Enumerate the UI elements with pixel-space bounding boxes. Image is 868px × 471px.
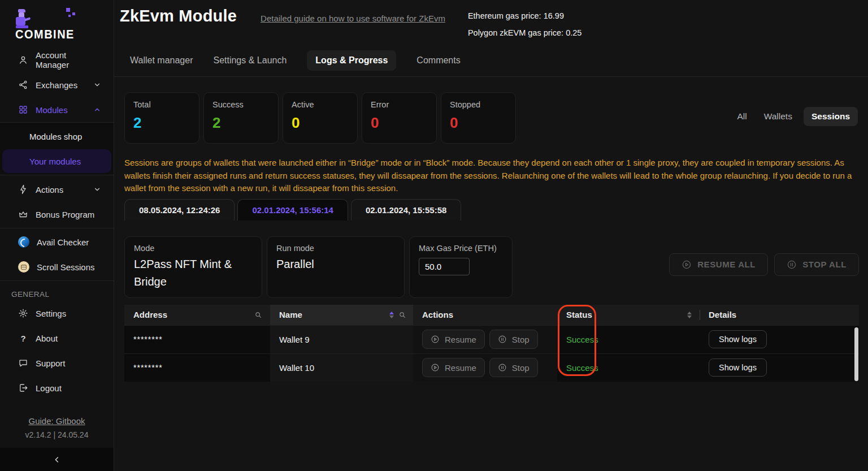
show-logs-button[interactable]: Show logs <box>709 330 767 348</box>
sidebar-item-actions[interactable]: Actions <box>0 177 114 202</box>
resume-label: Resume <box>445 363 476 373</box>
tab-wallet-manager[interactable]: Wallet manager <box>130 50 193 71</box>
sidebar-item-avail-checker[interactable]: Avail Checker <box>0 230 114 254</box>
name-cell: Wallet 10 <box>270 354 413 382</box>
pause-circle-icon <box>787 260 797 270</box>
resume-label: Resume <box>445 335 476 344</box>
detailed-guide-link[interactable]: Detailed guide on how to use software fo… <box>261 14 445 23</box>
sidebar-item-modules-shop[interactable]: Modules shop <box>0 124 114 149</box>
sidebar-item-support[interactable]: Support <box>0 351 114 375</box>
stat-card-total: Total 2 <box>124 92 199 144</box>
details-cell: Show logs <box>700 326 859 353</box>
mode-label: Mode <box>134 244 253 253</box>
sort-arrows-icon[interactable] <box>389 312 394 318</box>
tab-logs-progress[interactable]: Logs & Progress <box>307 50 396 71</box>
column-header-status[interactable]: Status <box>557 305 700 325</box>
modules-submenu: Modules shop Your modules <box>0 122 114 175</box>
name-cell: Wallet 9 <box>270 326 413 353</box>
tab-comments[interactable]: Comments <box>416 50 460 71</box>
share-nodes-icon <box>18 80 28 90</box>
page-title: ZkEvm Module <box>120 7 237 25</box>
sidebar-item-settings[interactable]: Settings <box>0 301 114 326</box>
column-header-actions: Actions <box>413 305 557 325</box>
sidebar-item-bonus-program[interactable]: Bonus Program <box>0 202 114 227</box>
table-row: ******** Wallet 9 Resume Stop Success <box>124 325 859 353</box>
stop-label: Stop <box>512 363 530 373</box>
resume-all-button[interactable]: RESUME ALL <box>669 253 768 276</box>
column-header-name[interactable]: Name <box>270 305 413 325</box>
stat-label: Active <box>292 100 349 109</box>
crown-icon <box>18 209 28 219</box>
mode-value: L2Pass NFT Mint & Bridge <box>134 256 253 291</box>
address-cell: ******** <box>124 354 270 382</box>
lightning-icon <box>18 184 28 195</box>
gitbook-guide-link[interactable]: Guide: Gitbook <box>0 416 114 426</box>
chat-bubble-icon <box>18 358 28 368</box>
sort-arrows-icon[interactable] <box>687 312 692 318</box>
sidebar-item-scroll-sessions[interactable]: Scroll Sessions <box>0 254 114 279</box>
sidebar-label: Exchanges <box>36 80 77 90</box>
sidebar-item-exchanges[interactable]: Exchanges <box>0 72 114 97</box>
sessions-description: Sessions are groups of wallets that were… <box>124 157 853 195</box>
stop-all-button[interactable]: STOP ALL <box>774 253 859 276</box>
sidebar-item-about[interactable]: ? About <box>0 326 114 351</box>
status-cell: Success <box>557 354 700 382</box>
max-gas-input[interactable] <box>419 258 470 275</box>
max-gas-card: Max Gas Price (ETH) <box>409 236 513 298</box>
filter-sessions[interactable]: Sessions <box>804 107 858 126</box>
sidebar-label: Settings <box>36 309 66 318</box>
filter-wallets[interactable]: Wallets <box>758 107 798 126</box>
stop-button[interactable]: Stop <box>489 330 538 349</box>
stop-all-label: STOP ALL <box>802 260 847 269</box>
status-badge: Success <box>566 335 598 344</box>
stop-button[interactable]: Stop <box>489 358 538 377</box>
stat-card-success: Success 2 <box>203 92 279 144</box>
stat-label: Total <box>133 100 190 109</box>
details-cell: Show logs <box>700 354 859 382</box>
run-mode-value: Parallel <box>276 256 395 273</box>
chevron-down-icon <box>93 185 101 193</box>
session-tab-2[interactable]: 02.01.2024, 15:56:14 <box>237 199 348 221</box>
search-icon[interactable] <box>398 311 406 319</box>
max-gas-label: Max Gas Price (ETH) <box>419 244 503 253</box>
resume-all-label: RESUME ALL <box>697 260 756 269</box>
stat-value: 2 <box>212 114 270 132</box>
session-tab-1[interactable]: 08.05.2024, 12:24:26 <box>124 199 235 221</box>
wallets-table: Address Name Actions Status <box>124 305 859 382</box>
sidebar-item-your-modules[interactable]: Your modules <box>2 149 111 173</box>
chevron-left-icon <box>53 455 62 464</box>
column-label: Actions <box>422 310 453 319</box>
scroll-logo-icon <box>18 261 29 273</box>
logo-pixel-icon <box>68 15 71 17</box>
search-icon[interactable] <box>254 311 262 319</box>
grid-icon <box>18 105 28 115</box>
combine-logo[interactable]: COMBINE <box>0 5 114 42</box>
stat-label: Error <box>371 100 428 109</box>
sidebar-collapse-button[interactable] <box>0 448 114 471</box>
gas-prices: Ethereum gas price: 16.99 Polygon zkEVM … <box>468 7 582 41</box>
tab-settings-launch[interactable]: Settings & Launch <box>213 50 287 71</box>
session-tab-3[interactable]: 02.01.2024, 15:55:58 <box>351 199 461 221</box>
resume-button[interactable]: Resume <box>422 330 485 349</box>
status-badge: Success <box>566 363 598 373</box>
show-logs-button[interactable]: Show logs <box>709 358 767 377</box>
stop-label: Stop <box>512 335 530 344</box>
stat-value: 2 <box>133 114 190 132</box>
table-scrollbar[interactable] <box>854 327 858 381</box>
column-label: Address <box>133 310 167 319</box>
sidebar-label: Logout <box>36 383 62 393</box>
column-label: Status <box>566 310 592 319</box>
app-window: COMBINE Account Manager Exchanges Module… <box>0 0 868 471</box>
divider <box>0 280 114 281</box>
sidebar-item-account-manager[interactable]: Account Manager <box>0 47 114 72</box>
bulk-action-buttons: RESUME ALL STOP ALL <box>669 253 859 276</box>
sidebar-item-logout[interactable]: Logout <box>0 375 114 400</box>
question-mark-icon: ? <box>18 334 28 343</box>
masked-address: ******** <box>133 335 163 344</box>
chevron-up-icon <box>93 106 101 114</box>
stat-value: 0 <box>371 114 428 132</box>
sidebar-item-modules[interactable]: Modules <box>0 97 114 122</box>
filter-all[interactable]: All <box>731 107 752 126</box>
stats-row: Total 2 Success 2 Active 0 Error 0 Stopp… <box>124 92 859 144</box>
resume-button[interactable]: Resume <box>422 358 485 377</box>
